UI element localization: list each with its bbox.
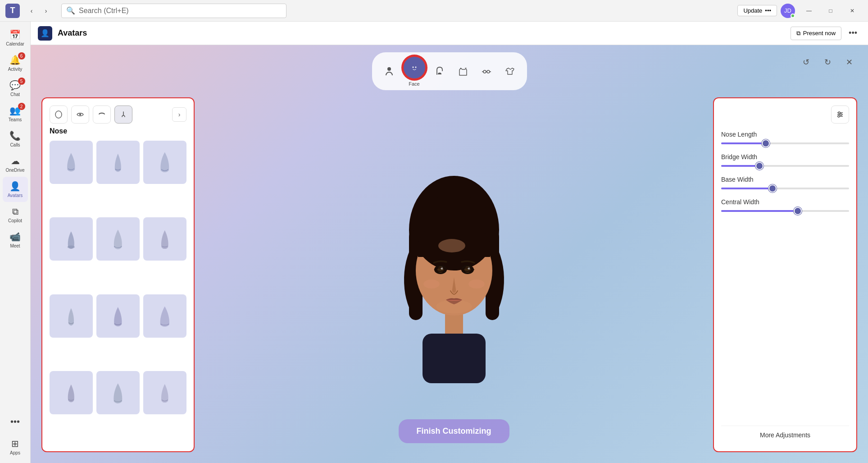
user-avatar[interactable]: JD xyxy=(781,4,795,18)
tab-clothing[interactable] xyxy=(500,61,520,81)
present-now-button[interactable]: ⧉ Present now xyxy=(791,27,841,40)
svg-point-1 xyxy=(410,64,418,72)
nose-length-thumb[interactable] xyxy=(763,140,769,147)
tab-eyebrows[interactable] xyxy=(93,105,111,124)
update-button[interactable]: Update ••• xyxy=(737,5,777,16)
svg-point-10 xyxy=(79,114,81,115)
sidebar-item-chat[interactable]: 💬 5 Chat xyxy=(3,76,28,101)
central-width-track[interactable] xyxy=(721,210,849,212)
tab-body[interactable] xyxy=(379,61,399,81)
svg-point-2 xyxy=(412,67,414,68)
bridge-width-group: Bridge Width xyxy=(721,153,849,167)
activity-badge: 6 xyxy=(18,52,25,60)
redo-button[interactable]: ↻ xyxy=(819,54,836,70)
tab-accessories[interactable] xyxy=(477,61,496,81)
finish-customizing-button[interactable]: Finish Customizing xyxy=(399,419,509,443)
avatar-svg xyxy=(382,167,526,383)
central-width-thumb[interactable] xyxy=(795,208,801,214)
search-bar[interactable]: 🔍 Search (Ctrl+E) xyxy=(61,4,286,18)
undo-button[interactable]: ↺ xyxy=(798,54,814,70)
forward-button[interactable]: › xyxy=(40,5,52,17)
app-logo: T xyxy=(5,4,20,18)
nose-option-11[interactable] xyxy=(96,371,140,414)
nose-option-2[interactable] xyxy=(96,141,140,184)
back-button[interactable]: ‹ xyxy=(25,5,38,17)
sidebar-item-label: Chat xyxy=(10,92,20,97)
sidebar-item-label: Meet xyxy=(10,243,20,248)
tab-nose[interactable] xyxy=(114,105,132,124)
base-width-thumb[interactable] xyxy=(769,185,776,192)
svg-point-3 xyxy=(415,67,416,68)
base-width-group: Base Width xyxy=(721,176,849,189)
more-options-button[interactable]: ••• xyxy=(845,27,861,40)
title-bar-right: Update ••• JD — □ ✕ xyxy=(737,4,863,18)
present-icon: ⧉ xyxy=(796,30,800,37)
sidebar-item-avatars[interactable]: 👤 Avatars xyxy=(3,177,28,202)
content-row: › Nose xyxy=(31,97,868,463)
next-tab-arrow[interactable]: › xyxy=(172,107,186,122)
app-body: 📅 Calendar 🔔 6 Activity 💬 5 Chat 👥 2 Tea… xyxy=(0,22,868,463)
left-panel: › Nose xyxy=(41,97,195,452)
search-placeholder: Search (Ctrl+E) xyxy=(79,7,129,15)
nose-option-7[interactable] xyxy=(50,294,93,338)
sidebar-item-calendar[interactable]: 📅 Calendar xyxy=(3,25,28,50)
sidebar-item-teams[interactable]: 👥 2 Teams xyxy=(3,101,28,126)
nose-length-track[interactable] xyxy=(721,142,849,144)
sidebar-item-apps[interactable]: ⊞ Apps xyxy=(3,434,28,459)
calls-icon: 📞 xyxy=(9,130,21,141)
sidebar-item-more[interactable]: ••• xyxy=(3,409,28,434)
right-panel: Nose Length Bridge Width xyxy=(713,97,857,452)
main-content: 👤 Avatars ⧉ Present now ••• xyxy=(31,22,868,463)
nose-option-12[interactable] xyxy=(143,371,186,414)
minimize-button[interactable]: — xyxy=(799,4,819,18)
sidebar-item-activity[interactable]: 🔔 6 Activity xyxy=(3,50,28,76)
nose-option-4[interactable] xyxy=(50,217,93,261)
bridge-width-track[interactable] xyxy=(721,165,849,167)
svg-point-27 xyxy=(436,300,472,313)
central-width-group: Central Width xyxy=(721,198,849,212)
more-adjustments-button[interactable]: More Adjustments xyxy=(721,426,849,444)
sidebar-item-label: Avatars xyxy=(8,193,23,198)
nose-option-10[interactable] xyxy=(50,371,93,414)
bridge-width-label: Bridge Width xyxy=(721,153,849,160)
nose-option-5[interactable] xyxy=(96,217,140,261)
sidebar-item-meet[interactable]: 📹 Meet xyxy=(3,227,28,252)
central-width-label: Central Width xyxy=(721,198,849,206)
nose-length-label: Nose Length xyxy=(721,131,849,138)
sidebar-item-label: Activity xyxy=(8,67,23,72)
svg-point-22 xyxy=(464,266,471,273)
adjustments-icon-button[interactable] xyxy=(831,105,849,124)
tab-hair[interactable] xyxy=(430,61,450,81)
sidebar-item-copilot[interactable]: ⧉ Copilot xyxy=(3,202,28,227)
teams-badge: 2 xyxy=(18,103,25,110)
chat-badge: 5 xyxy=(18,78,25,85)
bridge-width-thumb[interactable] xyxy=(756,163,763,169)
avatars-icon: 👤 xyxy=(9,181,21,192)
nose-option-1[interactable] xyxy=(50,141,93,184)
base-width-label: Base Width xyxy=(721,176,849,183)
sidebar-item-calls[interactable]: 📞 Calls xyxy=(3,126,28,151)
nose-length-group: Nose Length xyxy=(721,131,849,144)
tab-outfit[interactable] xyxy=(453,61,473,81)
maximize-button[interactable]: □ xyxy=(820,4,841,18)
header-right: ⧉ Present now ••• xyxy=(791,27,861,40)
tab-eyes[interactable] xyxy=(71,105,89,124)
sidebar-item-label: Calls xyxy=(10,142,20,147)
app-header: 👤 Avatars ⧉ Present now ••• xyxy=(31,22,868,45)
nose-option-6[interactable] xyxy=(143,217,186,261)
nose-option-8[interactable] xyxy=(96,294,140,338)
close-customizer-button[interactable]: ✕ xyxy=(841,54,857,70)
tab-face-wrapper: Face xyxy=(403,56,426,87)
base-width-track[interactable] xyxy=(721,188,849,189)
sidebar-item-onedrive[interactable]: ☁ OneDrive xyxy=(3,151,28,177)
svg-point-18 xyxy=(438,239,465,252)
nose-option-3[interactable] xyxy=(143,141,186,184)
calendar-icon: 📅 xyxy=(9,29,21,40)
customizer-area: Face ↺ xyxy=(31,45,868,463)
nose-option-9[interactable] xyxy=(143,294,186,338)
sidebar: 📅 Calendar 🔔 6 Activity 💬 5 Chat 👥 2 Tea… xyxy=(0,22,31,463)
nose-section-title: Nose xyxy=(42,127,194,141)
close-button[interactable]: ✕ xyxy=(842,4,863,18)
tab-face-shape[interactable] xyxy=(50,105,68,124)
tab-face[interactable] xyxy=(403,56,426,79)
